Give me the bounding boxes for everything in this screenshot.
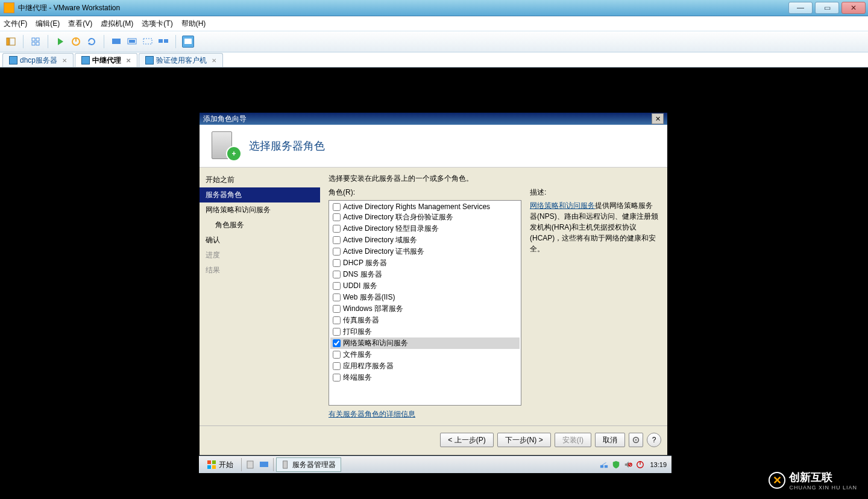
toolbar-screen2-icon[interactable] [126, 36, 138, 48]
menu-view[interactable]: 查看(V) [68, 19, 92, 29]
wizard-step-confirm[interactable]: 确认 [200, 233, 320, 248]
toolbar-fullscreen-icon[interactable] [182, 36, 194, 48]
dialog-heading: 选择服务器角色 [249, 139, 325, 153]
role-checkbox[interactable] [333, 362, 341, 370]
toolbar-snapshot-icon[interactable] [30, 36, 42, 48]
menu-tabs[interactable]: 选项卡(T) [142, 19, 172, 29]
role-row[interactable]: UDDI 服务 [330, 280, 520, 292]
svg-rect-14 [159, 39, 163, 43]
vm-tab-client[interactable]: 验证使用客户机 ✕ [139, 53, 223, 67]
role-checkbox[interactable] [333, 374, 341, 381]
role-row[interactable]: DNS 服务器 [330, 269, 520, 280]
role-row[interactable]: 终端服务 [330, 372, 520, 383]
tab-close-icon[interactable]: ✕ [62, 57, 67, 64]
vm-tab-icon [145, 56, 154, 64]
toolbar-unity-icon[interactable] [142, 36, 154, 48]
server-role-icon: + [212, 131, 241, 160]
menu-file[interactable]: 文件(F) [4, 19, 27, 29]
cancel-button[interactable]: 取消 [595, 433, 625, 447]
role-checkbox[interactable] [333, 271, 341, 278]
role-checkbox[interactable] [333, 305, 341, 313]
svg-rect-26 [600, 465, 603, 468]
role-row[interactable]: Active Directory 域服务 [330, 234, 520, 246]
svg-rect-22 [212, 465, 216, 469]
role-checkbox[interactable] [333, 213, 341, 221]
toolbar-multimon-icon[interactable] [157, 36, 169, 48]
role-label: Web 服务器(IIS) [343, 292, 395, 303]
toolbar-suspend-icon[interactable] [70, 36, 82, 48]
menu-help[interactable]: 帮助(H) [181, 19, 206, 29]
role-checkbox[interactable] [333, 282, 341, 290]
tray-power-icon[interactable] [635, 460, 645, 469]
watermark-logo-icon: ✕ [769, 472, 785, 489]
description-body: 网络策略和访问服务提供网络策略服务器(NPS)、路由和远程访问、健康注册颁发机构… [530, 200, 659, 254]
dialog-titlebar[interactable]: 添加角色向导 ✕ [200, 113, 667, 125]
svg-rect-15 [164, 39, 168, 43]
prev-button[interactable]: < 上一步(P) [440, 433, 493, 447]
app-title: 中继代理 - VMware Workstation [18, 3, 120, 13]
svg-rect-4 [32, 42, 35, 45]
roles-label: 角色(R): [329, 187, 521, 198]
role-checkbox[interactable] [333, 328, 341, 336]
close-button[interactable]: ✕ [841, 2, 866, 14]
wizard-step-nap[interactable]: 网络策略和访问服务 [200, 202, 320, 218]
toolbar-sidebar-icon[interactable] [5, 36, 17, 48]
role-row[interactable]: 网络策略和访问服务 [330, 337, 520, 349]
next-button[interactable]: 下一步(N) > [497, 433, 551, 447]
role-checkbox[interactable] [333, 293, 341, 301]
role-checkbox[interactable] [333, 203, 341, 211]
roles-help-link[interactable]: 有关服务器角色的详细信息 [329, 409, 521, 419]
role-checkbox[interactable] [333, 316, 341, 324]
wizard-step-role-services[interactable]: 角色服务 [200, 218, 320, 233]
menu-edit[interactable]: 编辑(E) [36, 19, 60, 29]
role-row[interactable]: 文件服务 [330, 349, 520, 360]
tray-network-icon[interactable] [599, 460, 609, 469]
role-row[interactable]: 打印服务 [330, 326, 520, 337]
vm-tab-icon [81, 56, 90, 64]
role-row[interactable]: Active Directory Rights Management Servi… [330, 202, 520, 212]
role-row[interactable]: Active Directory 证书服务 [330, 246, 520, 257]
toolbar-screen1-icon[interactable] [110, 36, 122, 48]
tab-close-icon[interactable]: ✕ [126, 57, 131, 64]
role-row[interactable]: Active Directory 联合身份验证服务 [330, 212, 520, 223]
quicklaunch-desktop-icon[interactable] [257, 459, 271, 471]
dialog-close-button[interactable]: ✕ [652, 113, 664, 124]
description-link[interactable]: 网络策略和访问服务 [530, 201, 595, 210]
vm-tab-dhcp[interactable]: dhcp服务器 ✕ [2, 53, 74, 67]
minimize-button[interactable]: — [788, 2, 813, 14]
toolbar-restart-icon[interactable] [86, 36, 98, 48]
quicklaunch-server-manager-icon[interactable] [244, 459, 257, 471]
role-checkbox[interactable] [333, 351, 341, 359]
tray-sound-icon[interactable] [623, 460, 633, 469]
role-checkbox[interactable] [333, 259, 341, 267]
windows-taskbar: 开始 服务器管理器 13:19 [199, 456, 671, 473]
vm-tab-icon [9, 56, 17, 64]
role-checkbox[interactable] [333, 225, 341, 233]
role-checkbox[interactable] [333, 248, 341, 256]
menu-vm[interactable]: 虚拟机(M) [101, 19, 133, 29]
taskbar-app-server-manager[interactable]: 服务器管理器 [276, 457, 341, 472]
role-row[interactable]: Active Directory 轻型目录服务 [330, 223, 520, 234]
role-row[interactable]: Windows 部署服务 [330, 303, 520, 315]
tray-shield-icon[interactable] [611, 460, 621, 469]
role-row[interactable]: 传真服务器 [330, 315, 520, 326]
role-checkbox[interactable] [333, 236, 341, 244]
wizard-step-server-roles[interactable]: 服务器角色 [200, 187, 320, 202]
wizard-step-progress: 进度 [200, 248, 320, 263]
role-row[interactable]: DHCP 服务器 [330, 257, 520, 269]
start-button[interactable]: 开始 [201, 457, 239, 472]
taskbar-clock[interactable]: 13:19 [647, 461, 669, 468]
role-checkbox[interactable] [333, 339, 341, 347]
svg-rect-2 [32, 38, 35, 41]
tab-close-icon[interactable]: ✕ [212, 57, 216, 64]
toolbar-power-on-icon[interactable] [54, 36, 66, 48]
options-button[interactable] [629, 433, 643, 447]
wizard-step-before[interactable]: 开始之前 [200, 172, 320, 187]
vm-tab-relay[interactable]: 中继代理 ✕ [75, 53, 137, 67]
roles-list[interactable]: Active Directory Rights Management Servi… [329, 200, 521, 406]
role-row[interactable]: Web 服务器(IIS) [330, 292, 520, 303]
role-row[interactable]: 应用程序服务器 [330, 360, 520, 372]
help-button[interactable]: ? [647, 433, 661, 447]
svg-rect-24 [260, 462, 268, 467]
maximize-button[interactable]: ▭ [815, 2, 839, 14]
